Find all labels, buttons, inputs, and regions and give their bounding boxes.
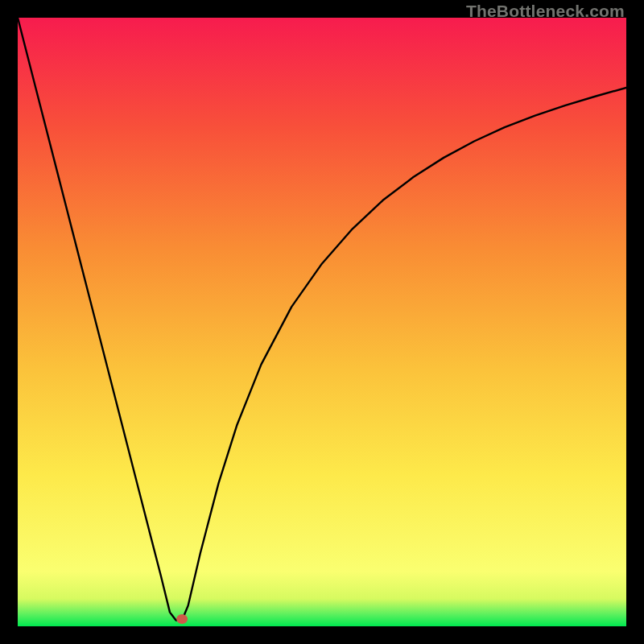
bottleneck-chart <box>18 18 626 626</box>
watermark-text: TheBottleneck.com <box>466 2 625 21</box>
chart-background <box>18 18 626 626</box>
chart-frame <box>18 18 626 626</box>
optimal-marker <box>176 614 188 624</box>
